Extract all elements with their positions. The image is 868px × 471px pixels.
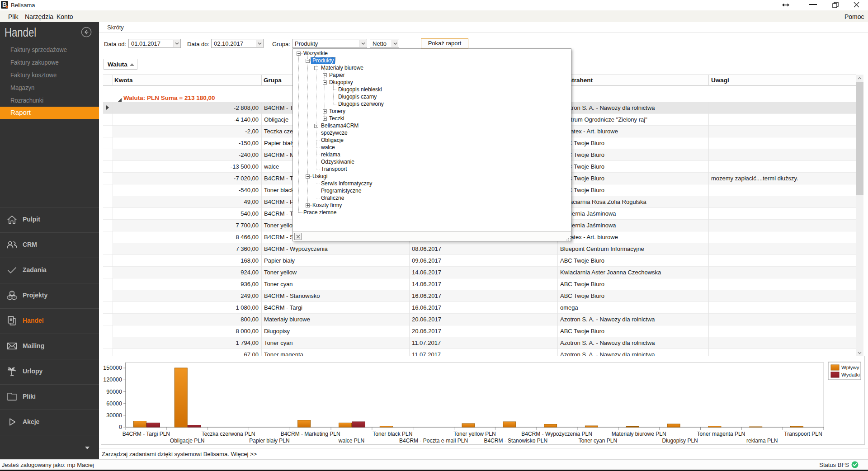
svg-text:Papier biały PLN: Papier biały PLN <box>249 438 289 444</box>
svg-text:B4CRM - Marketing PLN: B4CRM - Marketing PLN <box>281 431 340 437</box>
svg-text:0: 0 <box>119 424 122 430</box>
svg-text:30000: 30000 <box>106 412 122 419</box>
svg-text:150000: 150000 <box>103 365 122 371</box>
svg-text:Wpływy: Wpływy <box>841 365 859 370</box>
svg-text:Toner yellow PLN: Toner yellow PLN <box>453 431 495 437</box>
svg-text:60000: 60000 <box>106 400 122 407</box>
svg-text:B4CRM - Targi PLN: B4CRM - Targi PLN <box>123 431 170 437</box>
svg-text:Teczka czerwona PLN: Teczka czerwona PLN <box>202 431 255 437</box>
svg-text:walce PLN: walce PLN <box>338 438 364 444</box>
svg-text:Toner cyan PLN: Toner cyan PLN <box>579 438 617 444</box>
svg-text:B4CRM - Wypożyczenia PLN: B4CRM - Wypożyczenia PLN <box>521 431 592 437</box>
svg-text:120000: 120000 <box>103 377 122 383</box>
svg-text:B4CRM - Poczta e-mail PLN: B4CRM - Poczta e-mail PLN <box>399 438 468 444</box>
svg-text:Toner magenta PLN: Toner magenta PLN <box>697 431 745 437</box>
svg-text:reklama PLN: reklama PLN <box>746 438 778 444</box>
svg-text:B4CRM - Stanowisko PLN: B4CRM - Stanowisko PLN <box>484 438 547 444</box>
svg-text:Obligacje PLN: Obligacje PLN <box>170 438 205 444</box>
svg-text:90000: 90000 <box>106 389 122 395</box>
svg-text:Materiały biurowe PLN: Materiały biurowe PLN <box>612 431 666 437</box>
svg-text:Wydatki: Wydatki <box>841 372 860 377</box>
svg-text:Długopisy PLN: Długopisy PLN <box>662 438 698 444</box>
svg-text:Toner black PLN: Toner black PLN <box>373 431 412 437</box>
svg-text:Transpoort PLN: Transpoort PLN <box>784 431 822 437</box>
